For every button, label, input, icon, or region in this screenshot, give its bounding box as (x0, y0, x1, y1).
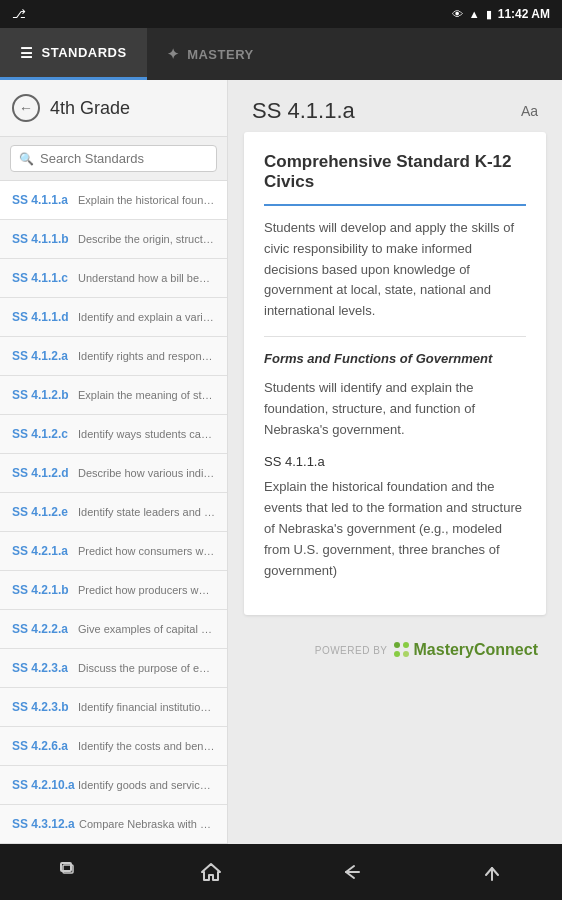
home-button[interactable] (191, 852, 231, 892)
powered-by-section: POWERED BY MasteryConnect (228, 631, 562, 679)
standard-code: SS 4.1.1.b (12, 232, 70, 246)
list-item[interactable]: SS 4.2.3.b Identify financial institutio… (0, 688, 227, 727)
back-nav-button[interactable] (331, 852, 371, 892)
font-size-button[interactable]: Aa (521, 103, 538, 119)
card-title: Comprehensive Standard K-12 Civics (264, 152, 526, 206)
eye-icon: 👁 (452, 8, 463, 20)
standard-code: SS 4.2.3.a (12, 661, 70, 675)
back-icon (340, 861, 362, 883)
mc-dots-icon (394, 642, 410, 658)
recent-apps-button[interactable] (50, 852, 90, 892)
powered-by-label: POWERED BY (315, 645, 388, 656)
detail-standard-title: SS 4.1.1.a (252, 98, 355, 124)
recent-icon (59, 861, 81, 883)
standard-code: SS 4.1.1.c (12, 271, 70, 285)
standard-code: SS 4.1.2.b (12, 388, 70, 402)
list-item[interactable]: SS 4.1.2.b Explain the meaning of state … (0, 376, 227, 415)
status-right: 👁 ▲ ▮ 11:42 AM (452, 7, 550, 21)
list-item[interactable]: SS 4.1.1.d Identify and explain a variet… (0, 298, 227, 337)
list-item[interactable]: SS 4.1.1.c Understand how a bill becomes… (0, 259, 227, 298)
list-item[interactable]: SS 4.2.1.a Predict how consumers would r… (0, 532, 227, 571)
standard-code: SS 4.3.12.a (12, 817, 71, 831)
up-icon (481, 861, 503, 883)
standard-desc: Explain the meaning of state sym... (78, 389, 215, 401)
standard-desc: Identify state leaders and the im... (78, 506, 215, 518)
card-body: Students will develop and apply the skil… (264, 218, 526, 322)
standard-desc: Compare Nebraska with diff... (79, 818, 215, 830)
standard-code: SS 4.1.2.a (12, 349, 70, 363)
standard-desc: Predict how producers would re... (78, 584, 215, 596)
list-item[interactable]: SS 4.2.10.a Identify goods and services … (0, 766, 227, 805)
standard-code: SS 4.2.1.a (12, 544, 70, 558)
standard-code: SS 4.2.3.b (12, 700, 70, 714)
standard-desc: Identify financial institutions in t... (78, 701, 215, 713)
grade-title: 4th Grade (50, 98, 130, 119)
mastery-tab[interactable]: ✦ MASTERY (147, 28, 274, 80)
section-body: Students will identify and explain the f… (264, 378, 526, 440)
mastery-connect-brand: MasteryConnect (414, 641, 538, 659)
right-panel: SS 4.1.1.a Aa Comprehensive Standard K-1… (228, 80, 562, 844)
list-item[interactable]: SS 4.1.2.e Identify state leaders and th… (0, 493, 227, 532)
up-button[interactable] (472, 852, 512, 892)
list-item[interactable]: SS 4.3.12.a Compare Nebraska with diff..… (0, 805, 227, 844)
home-icon (200, 861, 222, 883)
status-bar: ⎇ 👁 ▲ ▮ 11:42 AM (0, 0, 562, 28)
list-item[interactable]: SS 4.1.2.a Identify rights and responsib… (0, 337, 227, 376)
standards-tab-label: STANDARDS (42, 45, 127, 60)
standard-code: SS 4.1.1.a (12, 193, 70, 207)
standard-desc: Identify goods and services fun... (78, 779, 215, 791)
search-input[interactable] (40, 151, 208, 166)
mc-dot-2 (403, 642, 409, 648)
svg-marker-2 (202, 864, 220, 880)
standard-desc: Identify the costs and benefits of... (78, 740, 215, 752)
list-item[interactable]: SS 4.2.1.b Predict how producers would r… (0, 571, 227, 610)
list-item[interactable]: SS 4.2.3.a Discuss the purpose of early … (0, 649, 227, 688)
standards-icon: ☰ (20, 45, 34, 61)
main-layout: ← 4th Grade 🔍 SS 4.1.1.a Explain the his… (0, 80, 562, 844)
standard-desc: Describe the origin, structure, an... (78, 233, 215, 245)
standard-desc: Explain the historical foundation... (78, 194, 215, 206)
standard-desc: Identify ways students can be en... (78, 428, 215, 440)
back-button[interactable]: ← (12, 94, 40, 122)
detail-header: SS 4.1.1.a Aa (228, 80, 562, 132)
wifi-icon: ▲ (469, 8, 480, 20)
mastery-tab-label: MASTERY (187, 47, 254, 62)
section-title: Forms and Functions of Government (264, 351, 526, 366)
status-time: 11:42 AM (498, 7, 550, 21)
mc-dot-4 (403, 651, 409, 657)
card-divider (264, 336, 526, 337)
standard-code: SS 4.1.1.d (12, 310, 70, 324)
mc-dot-3 (394, 651, 400, 657)
list-item[interactable]: SS 4.2.2.a Give examples of capital reso… (0, 610, 227, 649)
back-header: ← 4th Grade (0, 80, 227, 137)
battery-icon: ▮ (486, 8, 492, 21)
standard-code: SS 4.1.2.e (12, 505, 70, 519)
search-icon: 🔍 (19, 152, 34, 166)
standard-desc: Identify rights and responsibilitie... (78, 350, 215, 362)
standard-code: SS 4.2.6.a (12, 739, 70, 753)
standard-code: SS 4.1.2.d (12, 466, 70, 480)
usb-icon: ⎇ (12, 7, 26, 21)
mastery-icon-nav: ✦ (167, 46, 180, 62)
list-item[interactable]: SS 4.2.6.a Identify the costs and benefi… (0, 727, 227, 766)
standard-desc: Predict how consumers would re... (78, 545, 215, 557)
sub-standard-code: SS 4.1.1.a (264, 454, 526, 469)
standards-tab[interactable]: ☰ STANDARDS (0, 28, 147, 80)
sub-standard-desc: Explain the historical foundation and th… (264, 477, 526, 581)
standards-list: SS 4.1.1.a Explain the historical founda… (0, 181, 227, 844)
status-left: ⎇ (12, 7, 26, 21)
list-item[interactable]: SS 4.1.1.a Explain the historical founda… (0, 181, 227, 220)
standard-code: SS 4.2.2.a (12, 622, 70, 636)
search-box[interactable]: 🔍 (10, 145, 217, 172)
detail-card: Comprehensive Standard K-12 Civics Stude… (244, 132, 546, 615)
list-item[interactable]: SS 4.1.1.b Describe the origin, structur… (0, 220, 227, 259)
search-container: 🔍 (0, 137, 227, 181)
standard-desc: Give examples of capital resourc... (78, 623, 215, 635)
list-item[interactable]: SS 4.1.2.d Describe how various individu… (0, 454, 227, 493)
list-item[interactable]: SS 4.1.2.c Identify ways students can be… (0, 415, 227, 454)
standard-code: SS 4.1.2.c (12, 427, 70, 441)
nav-bar: ☰ STANDARDS ✦ MASTERY (0, 28, 562, 80)
mastery-logo: MasteryConnect (394, 641, 538, 659)
left-panel: ← 4th Grade 🔍 SS 4.1.1.a Explain the his… (0, 80, 228, 844)
standard-code: SS 4.2.10.a (12, 778, 70, 792)
